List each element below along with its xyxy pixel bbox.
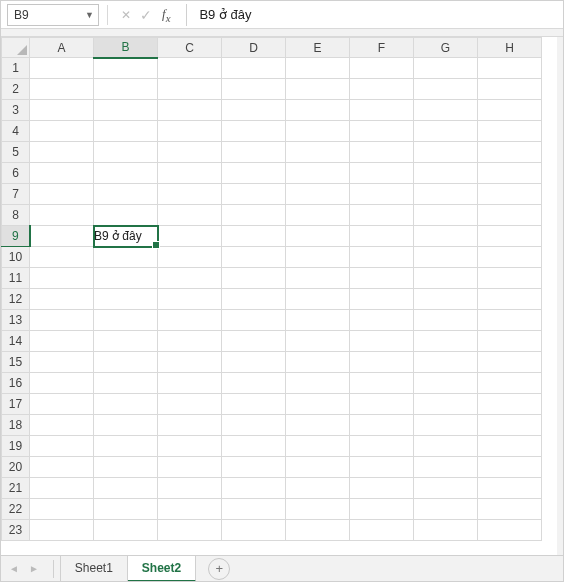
- cell[interactable]: [414, 373, 478, 394]
- cell[interactable]: [222, 205, 286, 226]
- cell[interactable]: [286, 58, 350, 79]
- row-header[interactable]: 7: [2, 184, 30, 205]
- cell[interactable]: [478, 226, 542, 247]
- nav-next-icon[interactable]: ►: [29, 563, 39, 574]
- cell[interactable]: [478, 499, 542, 520]
- cell[interactable]: [478, 520, 542, 541]
- cell[interactable]: [350, 58, 414, 79]
- cell[interactable]: [414, 247, 478, 268]
- cell[interactable]: [222, 268, 286, 289]
- cell[interactable]: [30, 520, 94, 541]
- formula-input[interactable]: B9 ở đây: [193, 7, 559, 22]
- column-header[interactable]: F: [350, 38, 414, 58]
- cell[interactable]: [158, 100, 222, 121]
- cell[interactable]: [286, 205, 350, 226]
- cell[interactable]: [414, 436, 478, 457]
- cell[interactable]: [222, 226, 286, 247]
- cell[interactable]: [286, 394, 350, 415]
- cell[interactable]: [286, 142, 350, 163]
- row-header[interactable]: 1: [2, 58, 30, 79]
- cell[interactable]: [414, 121, 478, 142]
- cell[interactable]: [350, 310, 414, 331]
- cell[interactable]: [222, 457, 286, 478]
- row-header[interactable]: 6: [2, 163, 30, 184]
- cell[interactable]: [350, 289, 414, 310]
- cell[interactable]: [30, 373, 94, 394]
- cell[interactable]: [478, 121, 542, 142]
- chevron-down-icon[interactable]: ▼: [83, 10, 96, 20]
- cell[interactable]: [478, 394, 542, 415]
- cell[interactable]: [30, 226, 94, 247]
- cell[interactable]: [286, 289, 350, 310]
- cell[interactable]: [94, 352, 158, 373]
- cell[interactable]: [414, 289, 478, 310]
- cell[interactable]: [350, 394, 414, 415]
- cell[interactable]: [350, 415, 414, 436]
- cell[interactable]: [478, 100, 542, 121]
- select-all-corner[interactable]: [2, 38, 30, 58]
- cell[interactable]: [414, 226, 478, 247]
- cell[interactable]: [286, 331, 350, 352]
- cell[interactable]: [158, 373, 222, 394]
- cell[interactable]: [286, 352, 350, 373]
- new-sheet-button[interactable]: +: [208, 558, 230, 580]
- cell[interactable]: [478, 247, 542, 268]
- cell[interactable]: [414, 79, 478, 100]
- cell[interactable]: B9 ở đây: [94, 226, 158, 247]
- row-header[interactable]: 23: [2, 520, 30, 541]
- cell[interactable]: [414, 268, 478, 289]
- cell[interactable]: [30, 268, 94, 289]
- cell[interactable]: [30, 247, 94, 268]
- cell[interactable]: [30, 310, 94, 331]
- cell[interactable]: [350, 352, 414, 373]
- cell[interactable]: [94, 310, 158, 331]
- cell[interactable]: [94, 268, 158, 289]
- cell[interactable]: [158, 310, 222, 331]
- cell[interactable]: [478, 79, 542, 100]
- cell[interactable]: [478, 352, 542, 373]
- cell[interactable]: [222, 79, 286, 100]
- row-header[interactable]: 3: [2, 100, 30, 121]
- cell[interactable]: [94, 79, 158, 100]
- cell[interactable]: [158, 268, 222, 289]
- cell[interactable]: [158, 415, 222, 436]
- cell[interactable]: [478, 142, 542, 163]
- cell[interactable]: [478, 457, 542, 478]
- cell[interactable]: [414, 331, 478, 352]
- cell[interactable]: [286, 520, 350, 541]
- cell[interactable]: [286, 226, 350, 247]
- cell[interactable]: [158, 331, 222, 352]
- cell[interactable]: [94, 142, 158, 163]
- cell[interactable]: [30, 499, 94, 520]
- cell[interactable]: [414, 310, 478, 331]
- row-header[interactable]: 2: [2, 79, 30, 100]
- cell[interactable]: [222, 373, 286, 394]
- sheet-tab[interactable]: Sheet1: [60, 556, 128, 581]
- cell[interactable]: [158, 79, 222, 100]
- cell[interactable]: [158, 163, 222, 184]
- cell[interactable]: [414, 478, 478, 499]
- cell[interactable]: [94, 457, 158, 478]
- cell[interactable]: [478, 163, 542, 184]
- cell[interactable]: [350, 79, 414, 100]
- cell[interactable]: [158, 289, 222, 310]
- cell[interactable]: [222, 100, 286, 121]
- cell[interactable]: [350, 457, 414, 478]
- cell[interactable]: [30, 184, 94, 205]
- cell[interactable]: [350, 478, 414, 499]
- cell[interactable]: [222, 184, 286, 205]
- cell[interactable]: [478, 478, 542, 499]
- cell[interactable]: [350, 226, 414, 247]
- cell[interactable]: [350, 121, 414, 142]
- column-header[interactable]: E: [286, 38, 350, 58]
- cell[interactable]: [350, 247, 414, 268]
- cell[interactable]: [30, 352, 94, 373]
- cell[interactable]: [286, 247, 350, 268]
- column-header[interactable]: C: [158, 38, 222, 58]
- cell[interactable]: [158, 121, 222, 142]
- cell[interactable]: [350, 373, 414, 394]
- nav-prev-icon[interactable]: ◄: [9, 563, 19, 574]
- row-header[interactable]: 5: [2, 142, 30, 163]
- cell[interactable]: [30, 100, 94, 121]
- sheet-tab[interactable]: Sheet2: [128, 556, 196, 582]
